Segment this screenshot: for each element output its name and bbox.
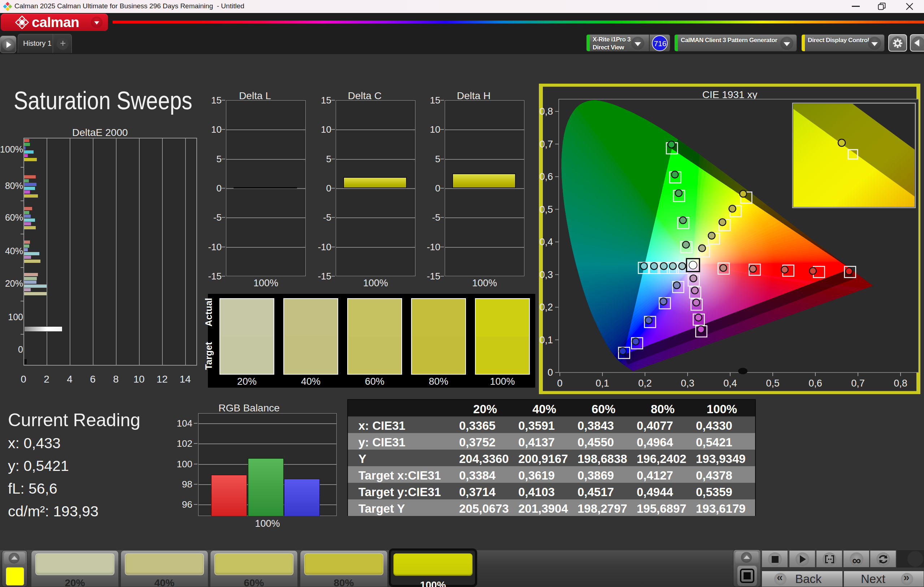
svg-text:0,3: 0,3 [539,269,553,280]
svg-text:0,8: 0,8 [539,106,553,117]
svg-text:0,4: 0,4 [539,237,553,247]
svg-text:0,4: 0,4 [723,378,737,389]
svg-text:0,8: 0,8 [894,378,908,389]
svg-text:0,2: 0,2 [539,302,553,312]
svg-text:0,7: 0,7 [539,139,553,150]
svg-text:CIE 1931 xy: CIE 1931 xy [702,89,757,100]
svg-text:0,3: 0,3 [681,378,695,389]
svg-text:0,5: 0,5 [539,204,553,215]
svg-text:0,7: 0,7 [851,378,865,389]
svg-text:0,5: 0,5 [766,378,780,389]
svg-text:0,1: 0,1 [539,335,553,345]
svg-text:0,6: 0,6 [539,171,553,182]
svg-text:0,1: 0,1 [596,378,609,389]
svg-text:0,2: 0,2 [638,378,652,389]
svg-text:0: 0 [557,378,562,389]
svg-text:0: 0 [548,367,553,378]
svg-text:0,6: 0,6 [808,378,822,389]
